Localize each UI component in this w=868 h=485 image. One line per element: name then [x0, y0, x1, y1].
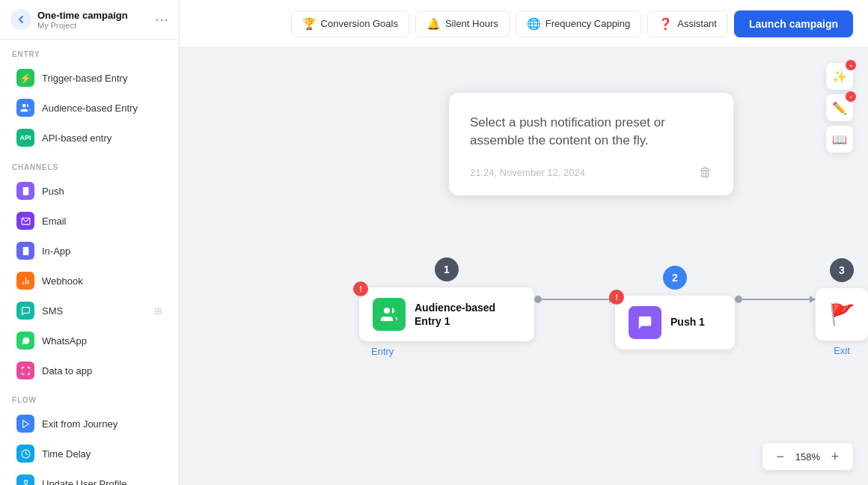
sidebar-item-trigger-entry[interactable]: ⚡ Trigger-based Entry [4, 64, 174, 92]
sms-extra-icon: ⊞ [154, 305, 162, 317]
sidebar-item-inapp[interactable]: In-App [4, 237, 174, 265]
zoom-in-button[interactable]: + [826, 448, 844, 466]
canvas: Select a push notification preset or ass… [180, 48, 868, 485]
delete-icon[interactable]: 🗑 [699, 165, 712, 180]
time-delay-label: Time Delay [42, 448, 91, 460]
exit-node-number: 3 [830, 258, 854, 282]
exit-journey-label: Exit from Journey [42, 418, 117, 430]
flow-section-label: FLOW [0, 385, 179, 409]
silent-hours-label: Silent Hours [445, 18, 498, 29]
campaign-info: One-time campaign My Project [37, 10, 149, 30]
svg-point-0 [22, 104, 26, 108]
sms-icon [16, 302, 34, 320]
assistant-label: Assistant [677, 18, 717, 29]
push-label: Push [42, 186, 64, 197]
connector-arrow-2 [810, 296, 816, 303]
sidebar-item-email[interactable]: Email [4, 207, 174, 235]
sidebar-item-exit-journey[interactable]: Exit from Journey [4, 409, 174, 438]
right-tools: ✨ • ✏️ • 📖 [826, 63, 853, 153]
push-node-number: 2 [663, 266, 687, 290]
tooltip-card: Select a push notification preset or ass… [449, 93, 733, 195]
exit-label: Exit [834, 345, 850, 356]
data-to-app-icon [16, 362, 34, 379]
trigger-entry-icon: ⚡ [16, 69, 34, 87]
flow-row: 1 ! Audience-based Entry 1 Entry [359, 257, 868, 357]
entry-label: Entry [371, 346, 394, 357]
sidebar-item-data-to-app[interactable]: Data to app [4, 356, 174, 385]
sidebar-item-sms[interactable]: SMS ⊞ [4, 296, 174, 325]
webhook-icon [16, 272, 34, 290]
tooltip-date: 21:24, November 12, 2024 [470, 167, 585, 178]
push-node-col: 2 ! Push 1 [615, 266, 735, 350]
push-node-card[interactable]: ! Push 1 [615, 296, 735, 350]
book-tool-button[interactable]: 📖 [826, 126, 853, 153]
more-button[interactable]: ⋯ [155, 11, 168, 28]
frequency-capping-button[interactable]: 🌐 Frequency Capping [516, 10, 641, 37]
sms-label: SMS [42, 305, 63, 317]
exit-node-card[interactable]: 🚩 [816, 288, 868, 341]
push-node-label: Push 1 [670, 315, 705, 329]
entry-section-label: ENTRY [0, 40, 179, 63]
svg-rect-4 [22, 247, 28, 255]
zoom-controls: − 158% + [762, 443, 853, 470]
back-button[interactable] [10, 9, 31, 30]
tooltip-footer: 21:24, November 12, 2024 🗑 [470, 165, 712, 180]
book-icon: 📖 [832, 132, 847, 147]
exit-node-number-wrap: 3 [830, 258, 854, 288]
sidebar-item-webhook[interactable]: Webhook [4, 266, 174, 295]
assistant-button[interactable]: ❓ Assistant [647, 10, 728, 37]
svg-point-7 [24, 480, 27, 483]
channels-section-label: CHANNELS [0, 153, 179, 176]
exit-flag-icon: 🚩 [829, 302, 855, 327]
edit-badge: • [846, 91, 856, 102]
api-entry-label: API-based entry [42, 132, 111, 144]
edit-tool-button[interactable]: ✏️ • [826, 94, 853, 121]
sidebar-item-whatsapp[interactable]: WhatsApp [4, 326, 174, 355]
sidebar-item-api-entry[interactable]: API API-based entry [4, 123, 174, 152]
magic-badge: • [846, 60, 856, 70]
zoom-level: 158% [795, 451, 820, 463]
entry-node-col: 1 ! Audience-based Entry 1 Entry [359, 257, 534, 357]
tooltip-text: Select a push notification preset or ass… [470, 114, 712, 150]
api-entry-icon: API [16, 129, 34, 147]
clock-icon: 🔔 [427, 17, 441, 31]
entry-node-icon [373, 298, 406, 331]
inapp-icon [16, 242, 34, 260]
connector-dot-2 [735, 296, 742, 303]
entry-node-number-wrap: 1 [435, 257, 459, 287]
update-profile-label: Update User Profile [42, 478, 126, 486]
project-name: My Project [37, 21, 149, 30]
conversion-goals-button[interactable]: 🏆 Conversion Goals [291, 10, 409, 37]
main-area: 🏆 Conversion Goals 🔔 Silent Hours 🌐 Freq… [180, 0, 868, 485]
trigger-entry-label: Trigger-based Entry [42, 73, 127, 84]
launch-campaign-button[interactable]: Launch campaign [734, 10, 853, 37]
entry-node-card[interactable]: ! Audience-based Entry 1 [359, 287, 534, 341]
push-node-number-wrap: 2 [663, 266, 687, 296]
conversion-goals-label: Conversion Goals [321, 18, 398, 29]
zoom-out-button[interactable]: − [771, 448, 789, 466]
sidebar-item-time-delay[interactable]: Time Delay [4, 439, 174, 468]
entry-node-number: 1 [435, 257, 459, 281]
svg-marker-5 [22, 420, 28, 427]
magic-tool-button[interactable]: ✨ • [826, 63, 853, 90]
sidebar-item-audience-entry[interactable]: Audience-based Entry [4, 94, 174, 122]
edit-icon: ✏️ [832, 101, 847, 115]
connector-line-1 [542, 299, 609, 300]
inapp-label: In-App [42, 245, 70, 257]
connector-1-2 [534, 296, 615, 320]
data-to-app-label: Data to app [42, 365, 92, 376]
magic-icon: ✨ [832, 70, 847, 84]
email-label: Email [42, 216, 67, 227]
connector-2-3 [735, 296, 816, 320]
whatsapp-label: WhatsApp [42, 335, 87, 347]
silent-hours-button[interactable]: 🔔 Silent Hours [415, 10, 510, 37]
time-delay-icon [16, 445, 34, 463]
audience-entry-icon [16, 99, 34, 117]
topbar: 🏆 Conversion Goals 🔔 Silent Hours 🌐 Freq… [180, 0, 868, 48]
whatsapp-icon [16, 332, 34, 350]
push-node-error: ! [609, 290, 624, 305]
frequency-icon: 🌐 [527, 17, 541, 31]
exit-journey-icon [16, 415, 34, 433]
sidebar-item-push[interactable]: Push [4, 177, 174, 205]
sidebar-item-update-profile[interactable]: Update User Profile [4, 469, 174, 485]
